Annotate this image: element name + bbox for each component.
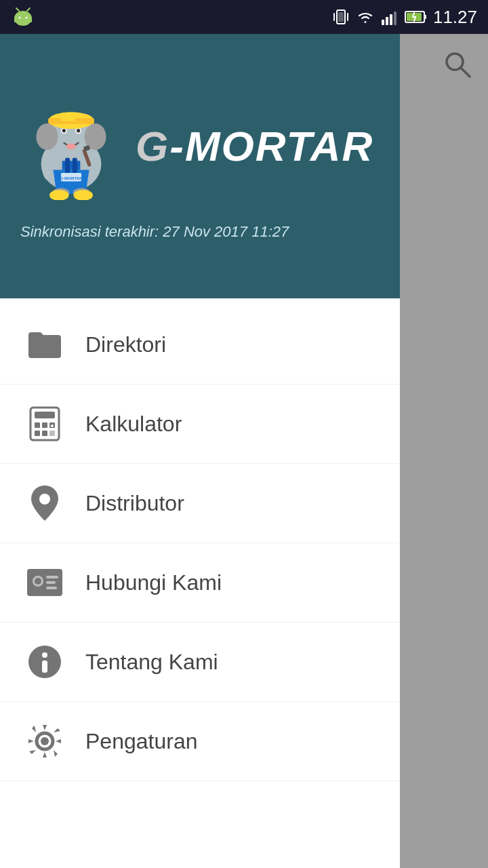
search-button[interactable] (441, 47, 474, 81)
nav-item-direktori[interactable]: Direktori (0, 305, 400, 384)
svg-rect-61 (46, 587, 57, 589)
nav-label-kalkulator: Kalkulator (85, 412, 182, 437)
sync-text: Sinkronisasi terakhir: 27 Nov 2017 11:27 (20, 223, 289, 241)
nav-label-hubungi-kami: Hubungi Kami (85, 570, 222, 595)
nav-list: Direktori (0, 298, 400, 868)
svg-rect-4 (26, 21, 28, 25)
svg-rect-13 (382, 20, 384, 25)
location-icon (24, 483, 65, 524)
svg-rect-50 (35, 431, 40, 436)
nav-label-direktori: Direktori (85, 332, 166, 357)
svg-text:G-MORTAR: G-MORTAR (60, 176, 83, 180)
vibrate-icon (331, 7, 350, 26)
nav-item-kalkulator[interactable]: Kalkulator (0, 384, 400, 464)
nav-item-hubungi-kami[interactable]: Hubungi Kami (0, 543, 400, 623)
nav-item-tentang-kami[interactable]: Tentang Kami (0, 623, 400, 702)
right-panel (400, 34, 488, 868)
svg-rect-36 (73, 158, 77, 173)
settings-icon (24, 721, 65, 762)
nav-label-pengaturan: Pengaturan (85, 729, 197, 754)
svg-point-31 (66, 143, 76, 149)
main-wrapper: G-MORTAR G-MORTAR Sinkronisasi terakhir:… (0, 34, 488, 868)
svg-rect-64 (42, 660, 47, 673)
info-icon (24, 642, 65, 682)
svg-point-58 (35, 578, 41, 585)
svg-point-30 (77, 129, 80, 132)
svg-point-55 (39, 494, 50, 505)
svg-point-28 (62, 129, 66, 132)
search-icon (443, 50, 472, 79)
svg-point-5 (19, 17, 21, 19)
svg-rect-56 (27, 569, 62, 596)
svg-point-6 (26, 17, 28, 19)
nav-label-tentang-kami: Tentang Kami (85, 650, 218, 675)
svg-rect-16 (394, 12, 396, 25)
svg-line-8 (27, 8, 30, 11)
svg-point-0 (14, 11, 32, 26)
brand-name: G-MORTAR (136, 122, 373, 170)
android-icon (11, 5, 35, 29)
svg-rect-2 (30, 17, 32, 22)
drawer-header: G-MORTAR G-MORTAR Sinkronisasi terakhir:… (0, 34, 400, 298)
svg-rect-46 (35, 412, 55, 418)
svg-rect-34 (61, 113, 75, 121)
signal-icon (380, 7, 399, 26)
folder-icon (24, 324, 65, 365)
status-bar-left (11, 5, 35, 29)
svg-rect-47 (35, 422, 40, 428)
svg-rect-52 (49, 431, 55, 436)
svg-rect-12 (347, 13, 348, 21)
calculator-icon (24, 403, 65, 444)
svg-rect-10 (338, 12, 344, 22)
time-display: 11.27 (433, 7, 477, 28)
wifi-icon (356, 7, 375, 26)
svg-rect-1 (14, 17, 16, 22)
elephant-mascot: G-MORTAR (20, 92, 122, 200)
svg-rect-60 (46, 581, 56, 584)
svg-rect-48 (42, 422, 47, 428)
svg-rect-15 (390, 14, 392, 25)
nav-item-pengaturan[interactable]: Pengaturan (0, 702, 400, 781)
battery-icon (405, 9, 428, 24)
drawer: G-MORTAR G-MORTAR Sinkronisasi terakhir:… (0, 34, 400, 868)
svg-line-68 (461, 68, 470, 77)
header-logo-row: G-MORTAR G-MORTAR (20, 92, 373, 200)
nav-label-distributor: Distributor (85, 491, 184, 516)
svg-rect-59 (46, 576, 58, 578)
svg-rect-35 (65, 158, 70, 173)
svg-rect-51 (42, 431, 47, 436)
contact-icon (24, 562, 65, 603)
status-bar: 11.27 (0, 0, 488, 34)
svg-point-25 (36, 123, 58, 150)
svg-point-63 (42, 652, 47, 658)
status-icons: 11.27 (331, 7, 477, 28)
svg-rect-11 (333, 13, 335, 21)
svg-rect-14 (386, 17, 388, 25)
nav-item-distributor[interactable]: Distributor (0, 464, 400, 543)
svg-point-66 (41, 737, 49, 745)
svg-rect-18 (424, 15, 426, 19)
svg-rect-3 (18, 21, 20, 25)
svg-line-7 (16, 8, 19, 11)
